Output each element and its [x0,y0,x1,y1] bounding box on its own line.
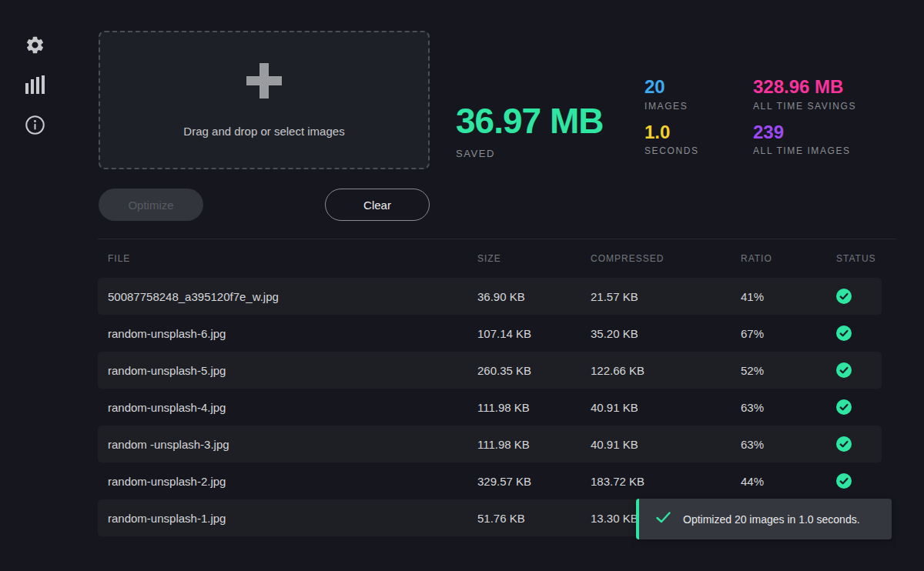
sidebar-item-about[interactable] [23,115,46,138]
table-row[interactable]: random-unsplash-4.jpg 111.98 KB 40.91 KB… [98,389,882,426]
info-icon [25,115,45,139]
all-time-savings-label: ALL TIME SAVINGS [753,101,856,112]
table-body: 50087758248_a395120f7e_w.jpg 36.90 KB 21… [98,278,882,536]
status-check-icon [836,436,852,452]
file-name: random -unsplash-3.jpg [98,438,477,451]
sidebar-item-settings[interactable] [23,35,46,58]
compression-ratio: 44% [741,475,829,488]
compression-ratio: 63% [741,401,829,414]
file-size: 51.76 KB [477,512,591,525]
file-name: random-unsplash-4.jpg [98,401,477,414]
clear-button[interactable]: Clear [325,189,430,221]
table-row[interactable]: 50087758248_a395120f7e_w.jpg 36.90 KB 21… [98,278,882,315]
images-value: 20 [644,76,699,98]
column-header-ratio: RATIO [741,253,829,264]
compression-ratio: 63% [741,438,829,451]
all-time-images-value: 239 [753,122,856,143]
seconds-value: 1.0 [644,122,699,143]
images-label: IMAGES [644,101,699,112]
status-check-icon [836,399,852,415]
file-size: 260.35 KB [477,364,591,377]
all-time-images-label: ALL TIME IMAGES [753,145,856,156]
stat-images: 20 IMAGES [644,76,699,112]
sidebar-item-stats[interactable] [23,75,46,98]
compression-ratio: 41% [741,290,829,303]
optimize-button[interactable]: Optimize [99,189,203,221]
stat-all-time-images: 239 ALL TIME IMAGES [753,122,856,157]
compression-ratio: 52% [741,364,829,377]
status-check-icon [836,289,852,304]
app-window: Drag and drop or select images 36.97 MB … [0,0,924,571]
status-check-icon [836,473,852,489]
all-time-stats: 328.96 MB ALL TIME SAVINGS 239 ALL TIME … [753,76,856,166]
column-header-size: SIZE [477,253,591,264]
file-size: 107.14 KB [477,327,591,340]
compression-ratio: 67% [741,327,829,340]
table-row[interactable]: random-unsplash-5.jpg 260.35 KB 122.66 K… [98,352,882,389]
file-size: 36.90 KB [477,290,591,303]
compressed-size: 40.91 KB [591,401,741,414]
sidebar [0,0,69,571]
check-icon [656,512,671,526]
bar-chart-icon [23,73,46,99]
file-size: 111.98 KB [477,438,591,451]
stat-seconds: 1.0 SECONDS [644,122,699,157]
dropzone[interactable]: Drag and drop or select images [99,31,430,169]
file-name: random-unsplash-1.jpg [98,512,477,525]
table-row[interactable]: random-unsplash-2.jpg 329.57 KB 183.72 K… [98,462,882,499]
gear-icon [25,35,45,58]
status-check-icon [836,326,852,341]
file-name: random-unsplash-5.jpg [98,364,477,377]
column-header-status: STATUS [829,253,882,264]
compressed-size: 122.66 KB [591,364,741,377]
all-time-savings-value: 328.96 MB [753,76,856,98]
file-name: random-unsplash-6.jpg [98,327,477,340]
results-table: FILE SIZE COMPRESSED RATIO STATUS 500877… [98,239,882,536]
file-name: random-unsplash-2.jpg [98,475,477,488]
plus-icon [246,63,282,102]
compressed-size: 21.57 KB [591,290,741,303]
column-header-file: FILE [98,253,477,264]
table-row[interactable]: random-unsplash-6.jpg 107.14 KB 35.20 KB… [98,315,882,352]
compressed-size: 183.72 KB [591,475,741,488]
table-header: FILE SIZE COMPRESSED RATIO STATUS [98,239,882,278]
file-name: 50087758248_a395120f7e_w.jpg [98,290,477,303]
toast-message: Optimized 20 images in 1.0 seconds. [683,513,860,526]
status-check-icon [836,362,852,378]
compressed-size: 40.91 KB [591,438,741,451]
toast-notification[interactable]: Optimized 20 images in 1.0 seconds. [636,499,892,539]
dropzone-label: Drag and drop or select images [183,125,344,138]
file-size: 329.57 KB [477,475,591,488]
saved-label: SAVED [456,148,603,159]
file-size: 111.98 KB [477,401,591,414]
table-row[interactable]: random -unsplash-3.jpg 111.98 KB 40.91 K… [98,426,882,462]
saved-value: 36.97 MB [456,101,603,142]
stat-saved: 36.97 MB SAVED [456,101,603,159]
stat-all-time-savings: 328.96 MB ALL TIME SAVINGS [753,76,856,112]
seconds-label: SECONDS [644,145,699,156]
column-header-compressed: COMPRESSED [591,253,741,264]
compressed-size: 35.20 KB [591,327,741,340]
session-stats: 20 IMAGES 1.0 SECONDS [644,76,699,166]
